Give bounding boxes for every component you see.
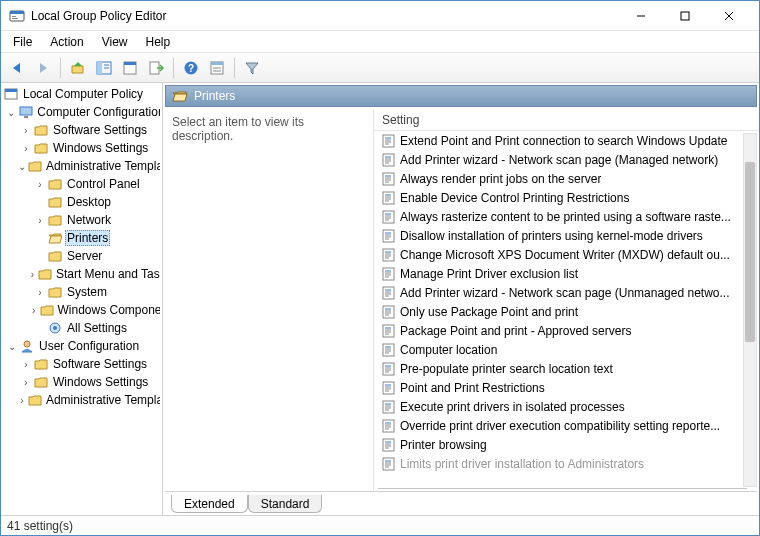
tree-item[interactable]: › Windows Settings: [1, 373, 162, 391]
menu-action[interactable]: Action: [42, 33, 91, 51]
tree-item-printers[interactable]: Printers: [1, 229, 162, 247]
list-item[interactable]: Override print driver execution compatib…: [378, 416, 755, 435]
list-item[interactable]: Printer browsing: [378, 435, 755, 454]
chevron-right-icon[interactable]: ›: [33, 179, 47, 190]
close-button[interactable]: [707, 2, 751, 30]
list-item[interactable]: Add Printer wizard - Network scan page (…: [378, 283, 755, 302]
chevron-down-icon[interactable]: ⌄: [5, 341, 19, 352]
list-item[interactable]: Package Point and print - Approved serve…: [378, 321, 755, 340]
tree-computer-config[interactable]: ⌄ Computer Configuration: [1, 103, 162, 121]
menu-file[interactable]: File: [5, 33, 40, 51]
show-hide-tree-button[interactable]: [92, 56, 116, 80]
tree-item[interactable]: › System: [1, 283, 162, 301]
settings-list: Setting Extend Point and Print connectio…: [374, 109, 759, 491]
tree-admin-templates[interactable]: ⌄ Administrative Templates: [1, 157, 162, 175]
list-item[interactable]: Enable Device Control Printing Restricti…: [378, 188, 755, 207]
folder-open-icon: [172, 89, 188, 103]
policy-setting-icon: [382, 362, 396, 376]
svg-rect-23: [20, 107, 32, 115]
chevron-right-icon[interactable]: ›: [27, 269, 38, 280]
list-item[interactable]: Disallow installation of printers using …: [378, 226, 755, 245]
tree-item[interactable]: All Settings: [1, 319, 162, 337]
menu-help[interactable]: Help: [138, 33, 179, 51]
list-item-label: Limits print driver installation to Admi…: [400, 457, 644, 471]
chevron-down-icon[interactable]: ⌄: [16, 161, 28, 172]
chevron-right-icon[interactable]: ›: [19, 359, 33, 370]
tree-item[interactable]: › Administrative Templates: [1, 391, 162, 409]
list-item[interactable]: Add Printer wizard - Network scan page (…: [378, 150, 755, 169]
filter-button[interactable]: [240, 56, 264, 80]
tree-pane[interactable]: Local Computer Policy ⌄ Computer Configu…: [1, 83, 163, 515]
tree-item[interactable]: Desktop: [1, 193, 162, 211]
folder-icon: [47, 176, 63, 192]
help-button[interactable]: ?: [179, 56, 203, 80]
folder-open-icon: [47, 230, 63, 246]
vertical-scrollbar[interactable]: [743, 133, 757, 487]
properties-button[interactable]: [118, 56, 142, 80]
tree-label: Software Settings: [51, 122, 149, 138]
tree-label: Start Menu and Taskbar: [54, 266, 160, 282]
menu-view[interactable]: View: [94, 33, 136, 51]
options-button[interactable]: [205, 56, 229, 80]
tree-item[interactable]: › Control Panel: [1, 175, 162, 193]
list-item[interactable]: Limits print driver installation to Admi…: [378, 454, 755, 473]
svg-rect-88: [383, 363, 394, 375]
list-item-label: Override print driver execution compatib…: [400, 419, 720, 433]
svg-rect-22: [5, 89, 17, 92]
tree-label: Administrative Templates: [44, 158, 160, 174]
svg-rect-63: [383, 268, 394, 280]
svg-rect-38: [383, 173, 394, 185]
tree-item[interactable]: › Software Settings: [1, 355, 162, 373]
chevron-right-icon[interactable]: ›: [33, 215, 47, 226]
chevron-right-icon[interactable]: ›: [33, 287, 47, 298]
chevron-right-icon[interactable]: ›: [19, 125, 33, 136]
policy-setting-icon: [382, 305, 396, 319]
tree-item[interactable]: › Start Menu and Taskbar: [1, 265, 162, 283]
folder-icon: [40, 302, 54, 318]
list-item[interactable]: Manage Print Driver exclusion list: [378, 264, 755, 283]
tree-item[interactable]: › Network: [1, 211, 162, 229]
list-item[interactable]: Extend Point and Print connection to sea…: [378, 131, 755, 150]
horizontal-scroll-hint: [378, 483, 747, 489]
list-item[interactable]: Only use Package Point and print: [378, 302, 755, 321]
tree-label: Local Computer Policy: [21, 86, 145, 102]
tab-standard[interactable]: Standard: [248, 495, 323, 513]
list-item[interactable]: Always render print jobs on the server: [378, 169, 755, 188]
policy-setting-icon: [382, 286, 396, 300]
list-item-label: Only use Package Point and print: [400, 305, 578, 319]
chevron-right-icon[interactable]: ›: [19, 377, 33, 388]
svg-point-27: [24, 341, 30, 347]
forward-button[interactable]: [31, 56, 55, 80]
tree-root[interactable]: Local Computer Policy: [1, 85, 162, 103]
tree-item[interactable]: Server: [1, 247, 162, 265]
tree-label: Network: [65, 212, 113, 228]
minimize-button[interactable]: [619, 2, 663, 30]
list-item[interactable]: Execute print drivers in isolated proces…: [378, 397, 755, 416]
export-button[interactable]: [144, 56, 168, 80]
list-item[interactable]: Pre-populate printer search location tex…: [378, 359, 755, 378]
list-item[interactable]: Computer location: [378, 340, 755, 359]
column-header-setting[interactable]: Setting: [374, 109, 759, 131]
column-header-label: Setting: [382, 113, 419, 127]
scrollbar-thumb[interactable]: [745, 162, 755, 342]
view-tabs: Extended Standard: [165, 491, 757, 513]
chevron-right-icon[interactable]: ›: [19, 143, 33, 154]
tree-label: Administrative Templates: [44, 392, 160, 408]
tree-item[interactable]: › Software Settings: [1, 121, 162, 139]
policy-icon: [3, 86, 19, 102]
back-button[interactable]: [5, 56, 29, 80]
svg-rect-113: [383, 458, 394, 470]
chevron-right-icon[interactable]: ›: [16, 395, 28, 406]
chevron-right-icon[interactable]: ›: [28, 305, 40, 316]
chevron-down-icon[interactable]: ⌄: [5, 107, 18, 118]
tree-item[interactable]: › Windows Components: [1, 301, 162, 319]
settings-icon: [47, 320, 63, 336]
tree-item[interactable]: › Windows Settings: [1, 139, 162, 157]
up-button[interactable]: [66, 56, 90, 80]
tree-user-config[interactable]: ⌄ User Configuration: [1, 337, 162, 355]
maximize-button[interactable]: [663, 2, 707, 30]
list-item[interactable]: Always rasterize content to be printed u…: [378, 207, 755, 226]
list-item[interactable]: Change Microsoft XPS Document Writer (MX…: [378, 245, 755, 264]
list-item[interactable]: Point and Print Restrictions: [378, 378, 755, 397]
tab-extended[interactable]: Extended: [171, 495, 248, 513]
